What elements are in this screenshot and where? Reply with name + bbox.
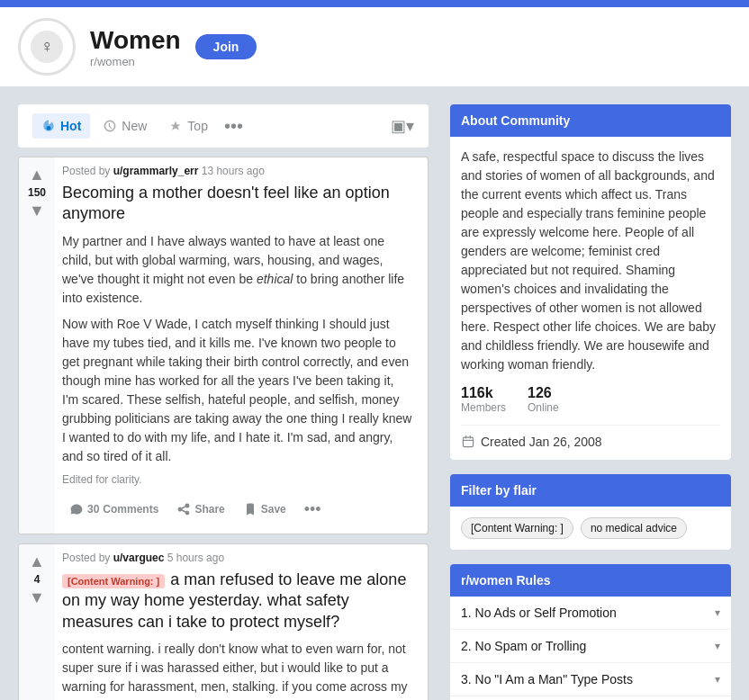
sort-hot-button[interactable]: Hot <box>32 113 90 139</box>
sort-new-button[interactable]: New <box>94 113 156 139</box>
about-community-body: A safe, respectful space to discuss the … <box>450 137 731 460</box>
comments-button[interactable]: 30 Comments <box>62 497 166 522</box>
sort-more-button[interactable]: ••• <box>224 117 243 135</box>
members-value: 116k <box>461 385 506 401</box>
post-meta: Posted by u/varguec 5 hours ago <box>55 552 420 564</box>
upvote-button[interactable]: ▲ <box>27 165 47 184</box>
downvote-button[interactable]: ▼ <box>27 588 47 607</box>
feed: Hot New Top ••• ▣▾ ▲ 150 ▼ <box>18 104 429 700</box>
vote-count: 4 <box>34 573 41 586</box>
downvote-button[interactable]: ▼ <box>27 201 47 220</box>
post-card: ▲ 4 ▼ Posted by u/varguec 5 hours ago [C… <box>18 543 429 700</box>
post-edited-note: Edited for clarity. <box>55 473 420 486</box>
created-label: Created Jan 26, 2008 <box>481 435 602 449</box>
chevron-down-icon: ▾ <box>715 606 720 619</box>
rule-item-4[interactable]: 4. No Vague, Overly Specific Questions ▾ <box>450 696 731 700</box>
stats-row: 116k Members 126 Online <box>461 385 720 414</box>
post-body-p1: content warning. i really don't know wha… <box>55 640 420 700</box>
post-title: [Content Warning: ]a man refused to leav… <box>55 570 420 633</box>
sort-bar: Hot New Top ••• ▣▾ <box>18 104 429 148</box>
vote-column: ▲ 4 ▼ <box>19 544 55 700</box>
members-stat: 116k Members <box>461 385 506 414</box>
community-name: Women <box>90 26 181 55</box>
main-layout: Hot New Top ••• ▣▾ ▲ 150 ▼ <box>0 86 749 700</box>
about-community-header: About Community <box>450 104 731 137</box>
sort-top-button[interactable]: Top <box>159 113 217 139</box>
flair-tag-no-medical[interactable]: no medical advice <box>581 517 687 539</box>
layout-button[interactable]: ▣▾ <box>391 116 414 136</box>
content-warning-tag: [Content Warning: ] <box>62 574 165 588</box>
rule-item-1[interactable]: 1. No Ads or Self Promotion ▾ <box>450 597 731 630</box>
members-label: Members <box>461 401 506 414</box>
community-header: ♀ Women r/women Join <box>0 7 749 86</box>
vote-count: 150 <box>28 186 46 199</box>
post-card: ▲ 150 ▼ Posted by u/grammarly_err 13 hou… <box>18 157 429 534</box>
filter-flair-card: Filter by flair [Content Warning: ] no m… <box>450 474 731 550</box>
rules-header: r/women Rules <box>450 564 731 597</box>
flair-tag-content-warning[interactable]: [Content Warning: ] <box>461 517 573 539</box>
online-stat: 126 Online <box>528 385 559 414</box>
post-body-container: Posted by u/varguec 5 hours ago [Content… <box>55 544 428 700</box>
chevron-down-icon: ▾ <box>715 673 720 686</box>
rules-card: r/women Rules 1. No Ads or Self Promotio… <box>450 564 731 700</box>
about-text: A safe, respectful space to discuss the … <box>461 148 720 374</box>
filter-flair-header: Filter by flair <box>450 474 731 507</box>
online-value: 126 <box>528 385 559 401</box>
created-row: Created Jan 26, 2008 <box>461 425 720 449</box>
post-body-container: Posted by u/grammarly_err 13 hours ago B… <box>55 157 428 534</box>
top-bar <box>0 0 749 7</box>
chevron-down-icon: ▾ <box>715 640 720 652</box>
rule-item-2[interactable]: 2. No Spam or Trolling ▾ <box>450 630 731 663</box>
post-title: Becoming a mother doesn't feel like an o… <box>55 183 420 225</box>
about-community-card: About Community A safe, respectful space… <box>450 104 731 460</box>
filter-flair-body: [Content Warning: ] no medical advice <box>450 507 731 550</box>
vote-column: ▲ 150 ▼ <box>19 157 55 534</box>
community-info: Women r/women <box>90 26 181 68</box>
post-more-button[interactable]: ••• <box>297 497 329 523</box>
community-subreddit: r/women <box>90 55 181 68</box>
upvote-button[interactable]: ▲ <box>27 552 47 571</box>
post-body-p1: My partner and I have always wanted to h… <box>55 232 420 308</box>
save-button[interactable]: Save <box>236 497 293 522</box>
post-time: 13 hours ago <box>202 165 265 177</box>
comment-count: 30 <box>87 503 99 516</box>
join-button[interactable]: Join <box>195 34 257 59</box>
post-meta: Posted by u/grammarly_err 13 hours ago <box>55 165 420 177</box>
online-label: Online <box>528 401 559 414</box>
rule-item-3[interactable]: 3. No "I Am a Man" Type Posts ▾ <box>450 663 731 696</box>
post-actions: 30 Comments Share Save ••• <box>55 493 420 526</box>
sidebar: About Community A safe, respectful space… <box>450 104 731 700</box>
svg-text:♀: ♀ <box>41 36 54 56</box>
share-button[interactable]: Share <box>169 497 231 522</box>
svg-rect-2 <box>463 437 473 446</box>
post-body-p2: Now with Roe V Wade, I catch myself thin… <box>55 315 420 466</box>
comment-label: Comments <box>103 503 158 516</box>
post-author[interactable]: u/varguec <box>113 552 165 564</box>
post-author[interactable]: u/grammarly_err <box>113 165 199 177</box>
community-avatar: ♀ <box>18 18 76 76</box>
post-time: 5 hours ago <box>167 552 224 564</box>
